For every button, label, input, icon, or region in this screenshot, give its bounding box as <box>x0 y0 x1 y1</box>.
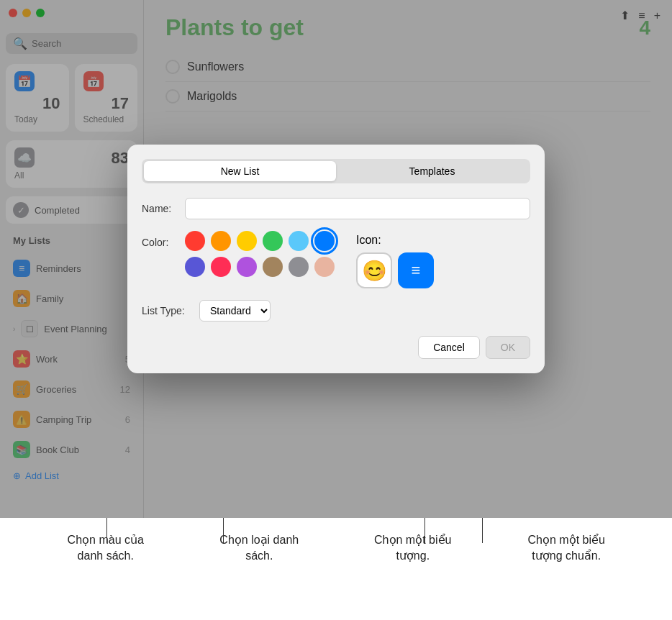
color-rose[interactable] <box>314 257 335 277</box>
icon-label: Icon: <box>356 234 434 247</box>
modal-buttons: Cancel OK <box>142 336 530 359</box>
annotation-list-type: Chọn loại danh sách. <box>209 532 309 565</box>
color-green[interactable] <box>263 231 283 251</box>
annotation-line-3 <box>424 518 425 543</box>
color-pink[interactable] <box>211 257 231 277</box>
tab-new-list[interactable]: New List <box>144 161 336 181</box>
annotation-line-4 <box>482 518 483 543</box>
modal-overlay: New List Templates Name: Color: <box>0 0 672 518</box>
color-purple[interactable] <box>185 257 205 277</box>
color-light-blue[interactable] <box>289 231 309 251</box>
icon-section: Icon: 😊 ≡ <box>356 231 434 288</box>
new-list-modal: New List Templates Name: Color: <box>127 145 545 373</box>
annotation-color: Chọn màu của danh sách. <box>55 532 156 565</box>
color-icon-row: Color: <box>142 231 530 288</box>
annotation-area: Chọn màu của danh sách. Chọn loại danh s… <box>0 518 672 620</box>
annotation-standard-icon: Chọn một biểu tượng chuẩn. <box>516 532 617 565</box>
list-type-select[interactable]: Standard Grocery Smart <box>199 300 271 322</box>
color-grid <box>185 231 335 277</box>
annotation-color-text: Chọn màu của danh sách. <box>55 532 156 565</box>
name-input[interactable] <box>185 198 530 219</box>
color-yellow[interactable] <box>237 231 257 251</box>
annotation-line-2 <box>223 518 224 543</box>
ok-button[interactable]: OK <box>486 336 530 359</box>
color-violet[interactable] <box>237 257 257 277</box>
name-field-row: Name: <box>142 198 530 219</box>
color-blue[interactable] <box>314 231 335 251</box>
color-label: Color: <box>142 231 178 248</box>
list-icon-btn[interactable]: ≡ <box>398 252 434 288</box>
color-section: Color: <box>142 231 335 277</box>
icon-options: 😊 ≡ <box>356 252 434 288</box>
modal-tabs: New List Templates <box>142 159 530 183</box>
cancel-button[interactable]: Cancel <box>418 336 480 359</box>
color-brown[interactable] <box>263 257 283 277</box>
emoji-icon-btn[interactable]: 😊 <box>356 252 392 288</box>
color-orange[interactable] <box>211 231 231 251</box>
name-label: Name: <box>142 203 178 214</box>
annotation-line-1 <box>106 518 107 543</box>
annotation-list-type-text: Chọn loại danh sách. <box>209 532 309 565</box>
color-red[interactable] <box>185 231 205 251</box>
color-gray[interactable] <box>289 257 309 277</box>
annotation-icon-text: Chọn một biểu tượng. <box>363 532 463 565</box>
tab-templates[interactable]: Templates <box>336 161 528 181</box>
annotation-standard-icon-text: Chọn một biểu tượng chuẩn. <box>516 532 617 565</box>
list-type-row: List Type: Standard Grocery Smart <box>142 300 530 322</box>
list-type-label: List Type: <box>142 305 192 316</box>
annotation-icon: Chọn một biểu tượng. <box>363 532 463 565</box>
